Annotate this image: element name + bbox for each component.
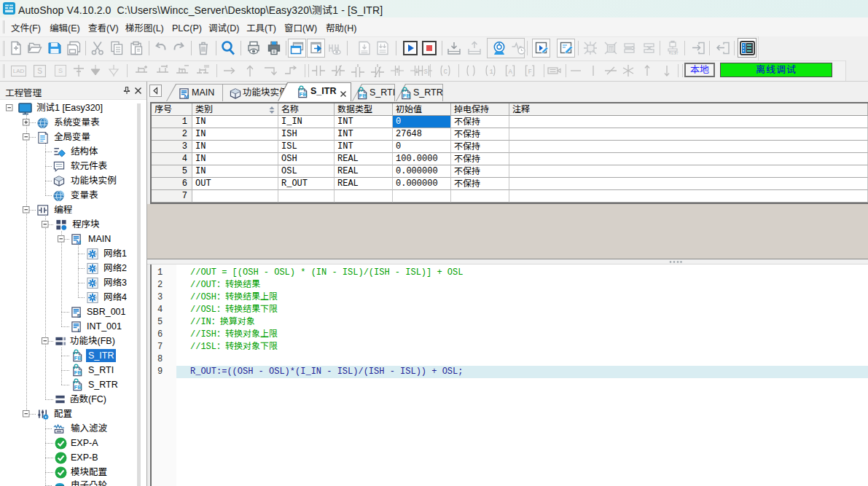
svg-text:1: 1 [490,68,493,76]
svg-text:F: F [528,68,532,76]
svg-text:A: A [509,68,513,76]
svg-text:C: C [444,68,448,76]
svg-text:S: S [424,68,428,76]
svg-text:TEST: TEST [669,51,679,55]
